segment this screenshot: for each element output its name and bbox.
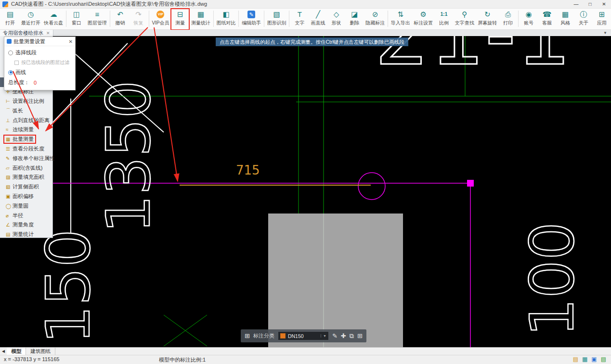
- toolbar-item-measure-stats[interactable]: ▦ 测量统计: [189, 9, 212, 30]
- toolbar-item-vip[interactable]: VIP VIP会员: [150, 9, 171, 30]
- toolbar-item-text[interactable]: T 文字: [290, 9, 309, 30]
- radio-unchecked-icon[interactable]: [8, 50, 13, 55]
- hide-icon: ⊘: [372, 10, 378, 19]
- tab-close-icon[interactable]: ✕: [46, 31, 50, 36]
- toolbar-item-open[interactable]: ▤ 打开: [1, 9, 19, 30]
- tab-list-dropdown-icon[interactable]: ▼: [603, 31, 607, 35]
- toolbar-label: 快看云盘: [44, 20, 63, 26]
- layout-tab-model[interactable]: 模型: [7, 348, 26, 355]
- layout-tab-drawing[interactable]: 建筑图纸: [26, 348, 55, 355]
- chevron-down-icon[interactable]: ▼: [321, 334, 326, 338]
- batch-measure-settings-dialog: 批量测量设置 ✕ 选择线段 按已选线段的图层过滤 画线 总长度： 0: [4, 37, 76, 90]
- pencil-icon: ✎: [6, 156, 13, 161]
- toolbar-item-text-search[interactable]: ⚲ 文字查找: [453, 9, 476, 30]
- sidebar-item-area-offset[interactable]: ▣ 面积偏移: [0, 192, 52, 201]
- copy-annotation-button[interactable]: ⧉: [350, 329, 354, 342]
- checkbox-icon[interactable]: [14, 61, 19, 65]
- grid-document-icon[interactable]: ▦: [582, 356, 587, 363]
- radius-icon: ⌀: [6, 213, 13, 218]
- toolbar-label: 账号: [524, 20, 533, 26]
- toolbar-item-account[interactable]: ◉ 账号: [520, 9, 538, 30]
- toolbar-item-support[interactable]: ☎ 客服: [538, 9, 556, 30]
- sidebar-item-measure-circle[interactable]: ◯ 测量圆: [0, 201, 52, 211]
- toolbar-item-apps[interactable]: ⊞ 应用: [593, 9, 611, 30]
- toolbar-item-import-export[interactable]: ⇅ 导入导出: [389, 9, 412, 30]
- toolbar-item-shape-recognition[interactable]: ▧ 图形识别: [265, 9, 288, 30]
- layout-nav-icon[interactable]: ◀: [0, 348, 7, 355]
- toolbar-item-layer-manager[interactable]: ≡ 图层管理: [86, 9, 109, 30]
- sidebar-item-area-with-arc[interactable]: ▱ 面积(含弧线): [0, 163, 52, 173]
- move-annotation-button[interactable]: ✚: [341, 329, 346, 342]
- window-icon: ◫: [73, 10, 80, 19]
- dialog-titlebar[interactable]: 批量测量设置 ✕: [4, 37, 75, 46]
- toolbar-item-screen-rotate[interactable]: ↻ 屏幕旋转: [476, 9, 499, 30]
- toolbar-separator: [66, 11, 66, 27]
- minimize-button[interactable]: —: [569, 0, 583, 9]
- sidebar-item-arc-length[interactable]: ⌒ 弧长: [0, 106, 52, 115]
- toolbar-item-edit-assistant[interactable]: ✎ 编辑助手: [240, 9, 263, 30]
- sidebar-item-measure-fill-area[interactable]: ▨ 测量填充面积: [0, 173, 52, 182]
- sidebar-item-batch-measure[interactable]: ▦ 批量测量: [0, 135, 52, 144]
- option-draw-line[interactable]: 画线: [8, 69, 71, 76]
- toolbar-label: 撤销: [116, 20, 125, 26]
- green-document-icon[interactable]: ▤: [601, 356, 606, 363]
- document-tabbar: 专用宿舍楼给排水 ✕ ▼: [0, 30, 611, 36]
- option-select-segment[interactable]: 选择线段: [8, 49, 71, 56]
- toolbar-item-print[interactable]: ⎙ 打印: [499, 9, 517, 30]
- toolbar-item-window[interactable]: ◫ 窗口: [67, 9, 86, 30]
- blue-app-icon[interactable]: ▣: [591, 356, 597, 363]
- toolbar-label: 文字: [295, 20, 304, 26]
- toolbar-separator: [264, 11, 264, 27]
- toolbar-item-draw-line[interactable]: ╱ 画直线: [309, 9, 327, 30]
- dimension-text-150: 150: [33, 229, 103, 344]
- toolbar-item-scale[interactable]: 1:1 比例: [435, 9, 453, 30]
- circle-icon: ◯: [6, 203, 13, 209]
- toolbar-separator: [213, 11, 214, 27]
- cloud-icon: ☁: [50, 10, 57, 19]
- category-dropdown[interactable]: DN150 ▼: [278, 331, 329, 340]
- import-export-icon: ⇅: [397, 10, 403, 19]
- option-filter-by-layer[interactable]: 按已选线段的图层过滤: [14, 59, 71, 66]
- toolbar-item-cloud-drive[interactable]: ☁ 快看云盘: [42, 9, 65, 30]
- toolbar-item-about[interactable]: ⓘ 关于: [574, 9, 593, 30]
- sidebar-item-measure-stats[interactable]: ▤ 测量统计: [0, 230, 52, 239]
- endpoint-marker[interactable]: [467, 180, 474, 187]
- polyline-icon: ≈: [6, 127, 13, 132]
- toolbar-item-annotation-settings[interactable]: ⚙ 标注设置: [412, 9, 435, 30]
- search-icon: ⚲: [462, 10, 467, 19]
- open-folder-icon: ▤: [7, 10, 13, 19]
- cad-canvas[interactable]: 1350 150 100 21-1 715 点击左键选择画线的起点，右键完成测量…: [0, 36, 611, 347]
- cad-geometry: 1350 150 100 21-1 715: [33, 36, 611, 347]
- sidebar-item-continuous-measure[interactable]: ≈ 连续测量: [0, 125, 52, 135]
- maximize-button[interactable]: □: [583, 0, 597, 9]
- close-button[interactable]: ✕: [597, 0, 611, 9]
- document-icon[interactable]: ▤: [573, 356, 578, 363]
- sidebar-item-point-to-line-distance[interactable]: ⊥ 点到直线的距离: [0, 115, 52, 125]
- compare-icon: ◧: [223, 10, 230, 19]
- toolbar-item-redo[interactable]: ↷ 恢复: [130, 9, 148, 30]
- toolbar-item-hide-annotation[interactable]: ⊘ 隐藏标注: [364, 9, 387, 30]
- toolbar-item-drawing-compare[interactable]: ◧ 图纸对比: [215, 9, 238, 30]
- toolbar-item-undo[interactable]: ↶ 撤销: [111, 9, 130, 30]
- toolbar-item-style[interactable]: ▦ 风格: [556, 9, 574, 30]
- sidebar-item-modify-annotation-property[interactable]: ✎ 修改单个标注属性: [0, 153, 52, 163]
- sidebar-item-measure-angle[interactable]: ∠ 测量角度: [0, 220, 52, 230]
- side-area-icon: ▧: [6, 184, 13, 189]
- toolbar-item-shapes[interactable]: ◇ 形状: [327, 9, 345, 30]
- window-titlebar[interactable]: CAD快速看图 - C:\Users\ruohan\Desktop\CAD快速看…: [0, 0, 611, 9]
- toolbar-item-delete[interactable]: ◪ 删除: [345, 9, 364, 30]
- toolbar-label: VIP会员: [152, 20, 169, 26]
- sidebar-item-radius[interactable]: ⌀ 半径: [0, 211, 52, 220]
- sidebar-item-set-annotation-scale[interactable]: ⊢ 设置标注比例: [0, 97, 52, 106]
- paste-annotation-button[interactable]: ⊞: [357, 329, 363, 342]
- edit-annotation-button[interactable]: ✎: [332, 329, 338, 342]
- toolbar-item-recent-open[interactable]: ◷ 最近打开: [19, 9, 42, 30]
- sidebar-item-calc-side-area[interactable]: ▧ 计算侧面积: [0, 182, 52, 192]
- document-tab-active[interactable]: 专用宿舍楼给排水 ✕: [0, 30, 53, 36]
- app-icon: [2, 1, 8, 7]
- radio-checked-icon[interactable]: [8, 70, 13, 75]
- toolbar-item-measure[interactable]: ⊟ 测量: [171, 9, 189, 30]
- sidebar-item-view-segment-length[interactable]: ☰ 查看分段长度: [0, 144, 52, 154]
- close-icon[interactable]: ✕: [69, 39, 73, 44]
- pipe-circle: [358, 173, 385, 200]
